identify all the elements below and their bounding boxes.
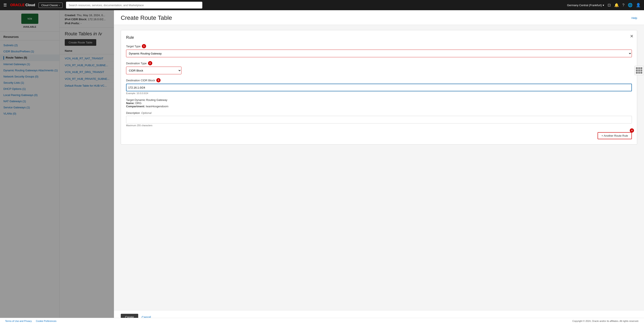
destination-cidr-group: Destination CIDR Block 3 Example: 10.0.0… [126, 78, 632, 94]
modal-body: ✕ Rule Target Type 1 Dynamic Routing Gat… [114, 25, 644, 310]
hamburger-icon[interactable]: ☰ [4, 3, 7, 7]
destination-cidr-badge: 3 [156, 78, 160, 82]
terms-link[interactable]: Terms of Use and Privacy [5, 320, 32, 322]
description-group: Description Optional Maximum 255 charact… [126, 111, 632, 127]
destination-type-badge: 2 [148, 61, 152, 65]
help-link[interactable]: Help [632, 16, 637, 19]
globe-icon[interactable]: 🌐 [628, 3, 632, 7]
description-label: Description Optional [126, 111, 632, 114]
cloud-classic-button[interactable]: Cloud Classic › [38, 2, 62, 8]
destination-cidr-hint: Example: 10.0.0.0/24 [126, 92, 632, 94]
cookies-link[interactable]: Cookie Preferences [36, 320, 56, 322]
target-type-label: Target Type 1 [126, 44, 632, 48]
another-rule-badge: 4 [630, 128, 634, 133]
target-drg-section: Target Dynamic Routing Gateway Name: DRG… [126, 98, 632, 108]
top-nav: ☰ ORACLE Cloud Cloud Classic › Germany C… [0, 0, 644, 10]
target-type-badge: 1 [142, 44, 146, 48]
copyright-text: Copyright © 2024, Oracle and/or its affi… [572, 320, 639, 322]
search-input[interactable] [66, 2, 202, 8]
footer-links: Terms of Use and Privacy Cookie Preferen… [5, 320, 60, 322]
oracle-logo: ORACLE Cloud [10, 3, 35, 7]
rule-card-title: Rule [126, 35, 632, 40]
region-selector[interactable]: Germany Central (Frankfurt) ▾ [567, 3, 604, 7]
monitor-icon[interactable]: ⊡ [608, 3, 611, 7]
target-type-group: Target Type 1 Dynamic Routing Gateway [126, 44, 632, 57]
cloud-text: Cloud [26, 3, 35, 7]
destination-cidr-input[interactable] [126, 84, 632, 91]
destination-type-group: Destination Type 2 CIDR Block [126, 61, 632, 74]
description-max-chars: Maximum 255 characters [126, 124, 632, 127]
grid-helper-area [634, 66, 644, 75]
drg-compartment-row: Compartment: IwanHoogendoorn [126, 105, 632, 108]
create-route-table-modal: Create Route Table Help ✕ Rule Target Ty… [114, 10, 644, 324]
rule-close-button[interactable]: ✕ [630, 34, 634, 39]
bell-icon[interactable]: 🔔 [614, 3, 619, 7]
description-input[interactable] [126, 116, 632, 123]
another-route-rule-button[interactable]: + Another Route Rule [598, 132, 632, 139]
modal-header: Create Route Table Help [114, 10, 644, 25]
region-chevron: ▾ [603, 3, 604, 7]
grid-icon[interactable] [634, 66, 644, 75]
oracle-text: ORACLE [10, 3, 25, 7]
target-type-select[interactable]: Dynamic Routing Gateway [126, 50, 632, 57]
rule-card: ✕ Rule Target Type 1 Dynamic Routing Gat… [121, 30, 637, 145]
help-icon[interactable]: ? [622, 3, 624, 7]
another-rule-container: + Another Route Rule 4 [126, 130, 632, 139]
destination-cidr-label: Destination CIDR Block 3 [126, 78, 632, 82]
drg-name-row: Name: DRG [126, 101, 632, 105]
page-footer: Terms of Use and Privacy Cookie Preferen… [0, 318, 644, 324]
user-avatar[interactable]: 👤 [636, 3, 640, 7]
target-drg-title: Target Dynamic Routing Gateway [126, 98, 632, 101]
destination-type-label: Destination Type 2 [126, 61, 632, 65]
modal-title: Create Route Table [121, 14, 172, 21]
region-label: Germany Central (Frankfurt) [567, 3, 602, 7]
nav-right: Germany Central (Frankfurt) ▾ ⊡ 🔔 ? 🌐 👤 [567, 3, 640, 7]
another-rule-wrapper: + Another Route Rule 4 [598, 130, 632, 139]
destination-type-select[interactable]: CIDR Block [126, 67, 182, 74]
